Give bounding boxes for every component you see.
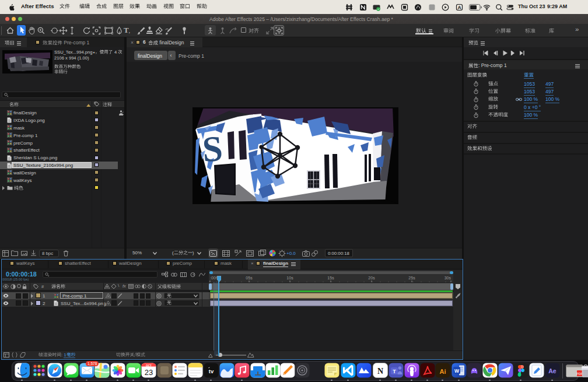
svg-text:23: 23 <box>145 368 153 377</box>
svg-text:10s: 10s <box>286 276 293 280</box>
svg-text:S: S <box>201 128 224 169</box>
svg-text:A: A <box>457 5 461 10</box>
svg-text:T: T <box>393 369 396 374</box>
svg-text:15s: 15s <box>327 276 334 280</box>
svg-text:30s: 30s <box>444 276 452 280</box>
svg-text:W: W <box>454 368 460 374</box>
svg-text:25s: 25s <box>408 276 415 280</box>
svg-text::00f: :00f <box>210 276 217 280</box>
svg-text:20s: 20s <box>368 276 375 280</box>
svg-text:tv: tv <box>209 368 214 374</box>
svg-text:05s: 05s <box>246 276 253 280</box>
svg-text:N: N <box>377 367 383 376</box>
svg-text:Ai: Ai <box>440 368 446 375</box>
svg-text:Ae: Ae <box>548 367 556 374</box>
svg-text:OCT: OCT <box>146 365 152 367</box>
